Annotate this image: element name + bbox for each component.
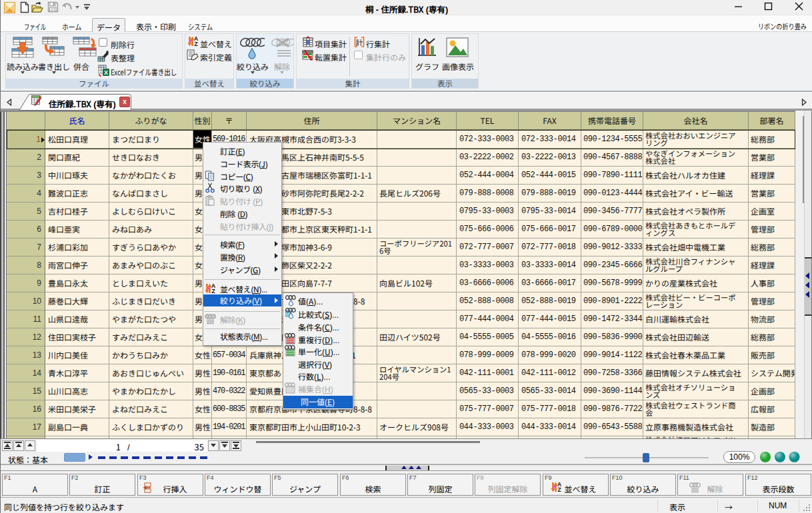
svg-text:X: X [104, 69, 108, 76]
svg-text:計: 計 [356, 37, 363, 47]
svg-text:Z: Z [557, 486, 561, 492]
svg-text:Z: Z [211, 288, 215, 294]
svg-text:Z: Z [194, 41, 197, 47]
